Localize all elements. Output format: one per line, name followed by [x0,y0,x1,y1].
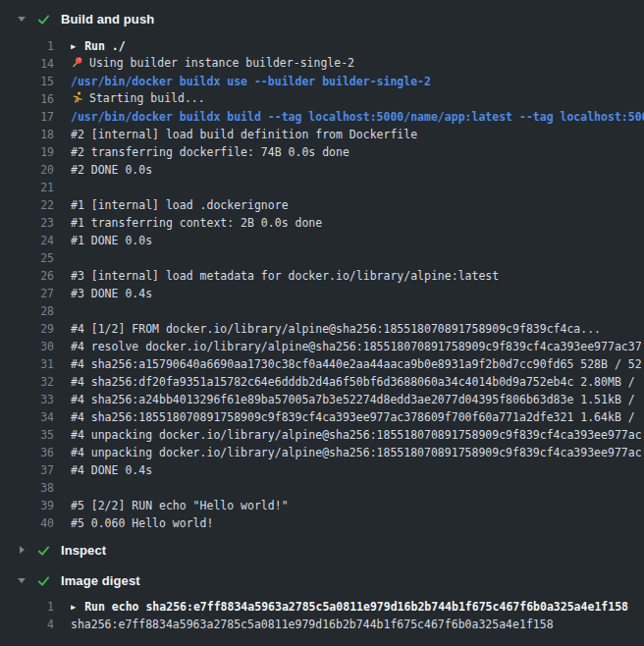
line-text: #3 DONE 0.4s [71,287,644,300]
line-number[interactable]: 27 [0,287,54,300]
line-text-content: #4 [1/2] FROM docker.io/library/alpine@s… [71,322,601,336]
line-text: #4 sha256:a24bb4013296f61e89ba57005a7b3e… [71,393,644,406]
group-expander-icon[interactable]: ▶ [71,41,76,51]
actions-log-viewer: Build and push1▶Run ./14Using builder in… [0,0,644,646]
line-number[interactable]: 16 [0,92,54,106]
line-text-content: Starting build... [89,91,205,105]
log-line: 37#4 DONE 0.4s [0,461,644,479]
line-text-content: #1 transferring context: 2B 0.0s done [71,216,322,230]
log-line: 28 [0,302,644,320]
line-text-content: Run echo sha256:e7ff8834a5963a2785c5a081… [84,600,628,614]
line-text: #4 DONE 0.4s [71,463,644,477]
line-number[interactable]: 36 [0,446,54,459]
chevron-down-icon[interactable] [16,575,27,585]
line-text-content: #2 DONE 0.0s [71,163,152,177]
line-number[interactable]: 22 [0,198,54,212]
log-lines: 1▶Run ./14Using builder instance builder… [0,37,644,532]
log-line: 29#4 [1/2] FROM docker.io/library/alpine… [0,320,644,338]
line-text: #4 sha256:185518070891758909c9f839cf4ca3… [71,410,644,424]
log-line: 27#3 DONE 0.4s [0,285,644,302]
log-section-inspect: Inspect [0,541,644,559]
section-title: Inspect [61,543,106,558]
line-text: ▶Run echo sha256:e7ff8834a5963a2785c5a08… [71,600,644,614]
line-text: #1 [internal] load .dockerignore [71,198,644,212]
line-text-content: /usr/bin/docker buildx build --tag local… [71,110,644,124]
group-expander-icon[interactable]: ▶ [71,602,76,612]
line-text-content: #5 [2/2] RUN echo "Hello world!" [71,499,289,512]
line-text-content: sha256:e7ff8834a5963a2785c5a0811e979d16b… [71,618,554,631]
log-line: 23#1 transferring context: 2B 0.0s done [0,214,644,232]
line-number[interactable]: 14 [0,57,54,71]
log-line: 40#5 0.060 Hello world! [0,514,644,532]
line-text-content: #4 unpacking docker.io/library/alpine@sh… [71,446,642,459]
line-text-content: #1 DONE 0.0s [71,234,152,247]
log-line: 26#3 [internal] load metadata for docker… [0,267,644,285]
line-number[interactable]: 21 [0,181,54,194]
line-number[interactable]: 19 [0,145,54,159]
log-line: 38 [0,479,644,497]
line-number[interactable]: 33 [0,393,54,406]
line-text-content: #4 sha256:185518070891758909c9f839cf4ca3… [71,410,642,424]
chevron-right-icon[interactable] [16,545,27,555]
line-number[interactable]: 4 [0,618,54,631]
line-number[interactable]: 29 [0,322,54,336]
section-title: Build and push [61,12,154,27]
line-text-content: #3 [internal] load metadata for docker.i… [71,269,499,283]
log-section-build-and-push: Build and push1▶Run ./14Using builder in… [0,10,644,532]
line-number[interactable]: 20 [0,163,54,177]
line-number[interactable]: 18 [0,128,54,141]
line-number[interactable]: 24 [0,234,54,247]
line-number[interactable]: 31 [0,357,54,371]
line-text: #4 unpacking docker.io/library/alpine@sh… [71,446,644,459]
line-text-content: #4 unpacking docker.io/library/alpine@sh… [71,428,642,442]
log-line: 18#2 [internal] load build definition fr… [0,126,644,143]
line-text-content: #4 sha256:a24bb4013296f61e89ba57005a7b3e… [71,393,642,406]
line-text-content: #1 [internal] load .dockerignore [71,198,289,212]
line-text: #2 DONE 0.0s [71,163,644,177]
line-text: sha256:e7ff8834a5963a2785c5a0811e979d16b… [71,618,644,631]
line-text-content: Run ./ [84,39,126,53]
line-text-content: #4 DONE 0.4s [71,463,152,477]
line-text: #4 [1/2] FROM docker.io/library/alpine@s… [71,322,644,336]
log-line: 16Starting build... [0,90,644,108]
log-line: 1▶Run ./ [0,37,644,55]
section-title: Image digest [61,573,140,588]
line-number[interactable]: 38 [0,481,54,495]
line-text: ▶Run ./ [71,39,644,53]
line-number[interactable]: 23 [0,216,54,230]
line-number[interactable]: 35 [0,428,54,442]
line-number[interactable]: 32 [0,375,54,389]
line-text: #1 transferring context: 2B 0.0s done [71,216,644,230]
line-text: #1 DONE 0.0s [71,234,644,247]
line-text: #2 [internal] load build definition from… [71,128,644,141]
line-number[interactable]: 25 [0,251,54,265]
line-number[interactable]: 34 [0,410,54,424]
line-text: /usr/bin/docker buildx use --builder bui… [71,75,644,88]
line-text: Starting build... [71,91,644,107]
line-number[interactable]: 40 [0,516,54,530]
log-line: 25 [0,249,644,267]
line-number[interactable]: 15 [0,75,54,88]
pushpin-icon [71,56,83,72]
line-number[interactable]: 17 [0,110,54,124]
log-line: 34#4 sha256:185518070891758909c9f839cf4c… [0,408,644,426]
line-number[interactable]: 30 [0,340,54,353]
check-icon [36,12,51,27]
log-line: 20#2 DONE 0.0s [0,161,644,179]
line-number[interactable]: 1 [0,600,54,614]
section-header-inspect[interactable]: Inspect [0,541,644,559]
line-number[interactable]: 1 [0,39,54,53]
line-number[interactable]: 28 [0,304,54,318]
chevron-down-icon[interactable] [16,14,27,24]
line-number[interactable]: 37 [0,463,54,477]
line-text: #3 [internal] load metadata for docker.i… [71,269,644,283]
log-line: 19#2 transferring dockerfile: 74B 0.0s d… [0,143,644,161]
line-text: #5 [2/2] RUN echo "Hello world!" [71,499,644,512]
section-header-build-and-push[interactable]: Build and push [0,10,644,27]
section-header-image-digest[interactable]: Image digest [0,571,644,589]
line-text: #4 sha256:df20fa9351a15782c64e6dddb2d4a6… [71,375,644,389]
line-text: #2 transferring dockerfile: 74B 0.0s don… [71,145,644,159]
log-line: 22#1 [internal] load .dockerignore [0,196,644,214]
line-number[interactable]: 26 [0,269,54,283]
line-number[interactable]: 39 [0,499,54,512]
